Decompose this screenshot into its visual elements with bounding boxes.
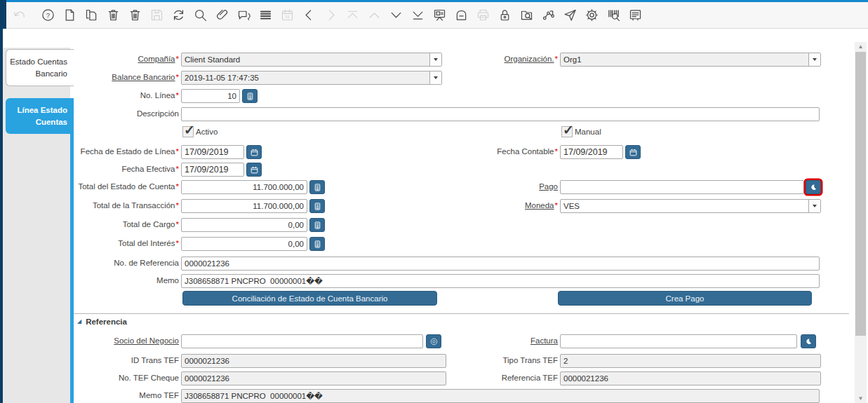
workflow-icon[interactable] (540, 7, 556, 23)
balance-bancario-label: Balance Bancario* (74, 73, 179, 84)
send-mail-icon[interactable] (562, 7, 578, 23)
manual-checkbox[interactable]: ✓ Manual (561, 126, 601, 137)
product-info-icon[interactable] (606, 7, 622, 23)
previous-record-icon[interactable] (301, 7, 317, 23)
organizacion-select[interactable]: Org1 (560, 53, 821, 67)
factura-label: Factura (389, 336, 558, 348)
descripcion-label: Descripción (74, 109, 179, 121)
organizacion-value: Org1 (561, 55, 808, 64)
delete-record-icon[interactable] (105, 7, 121, 23)
activo-label: Activo (196, 128, 218, 136)
factura-input[interactable] (560, 334, 797, 348)
balance-bancario-select[interactable]: 2019-11-05 17:47:35 (181, 71, 442, 85)
calendar-button[interactable] (246, 145, 262, 159)
delete-selection-icon[interactable] (127, 7, 143, 23)
copy-record-icon[interactable] (84, 7, 100, 23)
total-estado-cuenta-input[interactable] (181, 180, 307, 194)
memo-label: Memo (74, 276, 179, 287)
total-cargo-input[interactable] (181, 218, 307, 232)
chevron-down-icon[interactable] (808, 200, 820, 212)
chevron-down-icon[interactable] (808, 53, 820, 66)
crea-pago-button[interactable]: Crea Pago (558, 291, 812, 306)
section-separator (74, 313, 849, 314)
settings-icon[interactable] (584, 7, 600, 23)
no-tef-cheque-label: No. TEF Cheque (74, 374, 179, 385)
total-transaccion-input[interactable] (181, 199, 307, 213)
checkmark-icon: ✓ (563, 122, 574, 138)
no-referencia-input[interactable] (181, 257, 820, 271)
detail-record-icon[interactable] (388, 7, 404, 23)
chevron-down-icon[interactable] (429, 71, 441, 84)
tipo-trans-tef-label: Tipo Trans TEF (389, 356, 558, 367)
parent-record-icon (345, 7, 361, 23)
save-icon (149, 7, 165, 23)
sidebar-tab-linea-estado-cuentas[interactable]: Línea Estado Cuentas (6, 98, 74, 134)
find-icon[interactable] (192, 7, 208, 23)
id-trans-tef-label: ID Trans TEF (74, 356, 179, 367)
chat-icon[interactable] (236, 7, 252, 23)
presentation-icon[interactable] (432, 7, 448, 23)
svg-text:31: 31 (285, 14, 290, 19)
balance-bancario-value: 2019-11-05 17:47:35 (182, 74, 429, 82)
referencia-group-header[interactable]: ◢ Referencia (77, 317, 127, 326)
calculator-button[interactable] (309, 199, 325, 213)
total-interes-label: Total del Interés* (74, 239, 179, 250)
fecha-estado-linea-input[interactable] (181, 145, 244, 159)
scroll-down-icon[interactable]: ▼ (855, 394, 867, 402)
no-linea-label: No. Línea* (74, 91, 179, 102)
archive-icon[interactable] (453, 7, 469, 23)
conciliacion-button[interactable]: Conciliación de Estado de Cuenta Bancari… (182, 291, 437, 306)
descripcion-input[interactable] (181, 107, 820, 121)
total-interes-input[interactable] (181, 237, 307, 251)
factura-record-button[interactable] (801, 334, 816, 348)
memo-input[interactable] (181, 274, 820, 288)
up-icon (366, 7, 382, 23)
lock-icon[interactable] (497, 7, 513, 23)
total-cargo-label: Total de Cargo* (74, 220, 179, 231)
pago-input[interactable] (560, 180, 804, 194)
record-access-icon[interactable] (519, 7, 535, 23)
no-referencia-label: No. de Referencia (74, 259, 179, 270)
memo-tef-label: Memo TEF (74, 391, 179, 402)
undo-icon (11, 7, 27, 23)
calculator-button[interactable] (309, 180, 325, 194)
svg-text:?: ? (46, 11, 50, 19)
sidebar-tab-estado-cuentas-bancario[interactable]: Estado Cuentas Bancario (6, 49, 74, 86)
fecha-efectiva-label: Fecha Efectiva* (74, 165, 179, 176)
refresh-icon[interactable] (171, 7, 187, 23)
last-record-icon[interactable] (410, 7, 426, 23)
calculator-button[interactable] (309, 218, 325, 232)
report-icon[interactable] (627, 7, 643, 23)
pago-record-button[interactable] (806, 180, 821, 194)
calendar-button[interactable] (246, 163, 262, 177)
vertical-scrollbar[interactable]: ▲ ▼ (855, 29, 868, 403)
checkmark-icon: ✓ (184, 122, 195, 138)
fecha-estado-linea-label: Fecha de Estado de Línea* (74, 147, 179, 158)
window: ?31 Estado Cuentas BancarioLínea Estado … (0, 0, 868, 403)
referencia-tef-label: Referencia TEF (389, 374, 558, 385)
sidebar-tabs: Estado Cuentas BancarioLínea Estado Cuen… (3, 29, 74, 403)
referencia-group-title: Referencia (86, 317, 127, 326)
activo-checkbox[interactable]: ✓ Activo (182, 126, 218, 137)
scroll-up-icon[interactable]: ▲ (855, 42, 867, 50)
no-linea-input[interactable] (181, 89, 240, 103)
fecha-contable-input[interactable] (560, 145, 623, 159)
organizacion-label: Organización.* (389, 55, 558, 66)
calendar-icon: 31 (279, 7, 295, 23)
help-icon[interactable]: ? (40, 7, 56, 23)
new-record-icon[interactable] (62, 7, 78, 23)
print-icon (475, 7, 491, 23)
scrollbar-thumb[interactable] (855, 52, 866, 336)
grid-toggle-icon[interactable] (258, 7, 274, 23)
attachment-icon[interactable] (214, 7, 230, 23)
pago-label: Pago (389, 182, 558, 193)
calculator-button[interactable] (309, 237, 325, 251)
calendar-button[interactable] (625, 145, 641, 159)
moneda-value: VES (561, 202, 808, 210)
socio-negocio-label: Socio del Negocio (74, 336, 179, 348)
toolbar: ?31 (0, 2, 868, 29)
calculator-button[interactable] (242, 89, 258, 103)
moneda-select[interactable]: VES (560, 199, 821, 213)
socio-negocio-input[interactable] (181, 334, 423, 348)
fecha-efectiva-input[interactable] (181, 163, 244, 177)
